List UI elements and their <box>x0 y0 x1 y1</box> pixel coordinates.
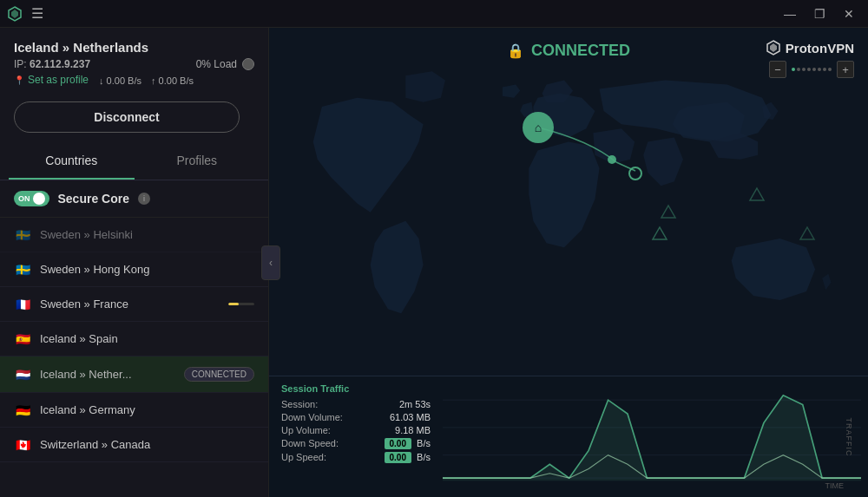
zoom-dot <box>812 68 816 71</box>
connected-status: 🔒 CONNECTED <box>507 42 630 60</box>
secure-core-row: ON Secure Core i <box>0 180 268 218</box>
traffic-title: Session Traffic <box>281 383 431 394</box>
list-item[interactable]: 🇫🇷 Sweden » France <box>0 287 268 322</box>
flag-icon: 🇸🇪 <box>14 264 31 276</box>
traffic-session-row: Session: 2m 53s <box>281 399 431 409</box>
list-item[interactable]: 🇸🇪 Sweden » Helsinki <box>0 218 268 252</box>
upload-speed: ↑ 0.00 B/s <box>151 75 194 86</box>
up-speed-value: 0.00 B/s <box>385 452 431 463</box>
proton-branding: ProtonVPN − + <box>766 40 854 78</box>
tab-countries[interactable]: Countries <box>9 143 135 180</box>
list-item-connected[interactable]: 🇳🇱 Iceland » Nether... CONNECTED <box>0 356 268 393</box>
zoom-dot <box>802 68 806 71</box>
list-item[interactable]: 🇪🇸 Iceland » Spain <box>0 322 268 356</box>
zoom-out-button[interactable]: − <box>769 61 786 78</box>
ip-label: IP: 62.112.9.237 <box>14 58 90 70</box>
proton-logo <box>766 40 780 56</box>
flag-icon: 🇩🇪 <box>14 404 31 416</box>
close-button[interactable]: ✕ <box>837 5 861 23</box>
secure-core-toggle[interactable]: ON <box>14 191 49 206</box>
traffic-up-volume-row: Up Volume: 9.18 MB <box>281 425 431 435</box>
lock-icon: 🔒 <box>507 43 524 59</box>
down-speed-value: 0.00 B/s <box>385 438 431 449</box>
toggle-knob <box>33 193 45 205</box>
window-controls: — ❐ ✕ <box>778 5 861 23</box>
left-panel: Iceland » Netherlands IP: 62.112.9.237 0… <box>0 28 269 497</box>
connection-title: Iceland » Netherlands <box>14 40 254 55</box>
svg-marker-16 <box>443 396 861 481</box>
traffic-chart: TIME TRAFFIC <box>443 382 861 492</box>
flag-icon: 🇫🇷 <box>14 298 31 311</box>
minimize-button[interactable]: — <box>778 5 802 23</box>
zoom-controls: − + <box>769 61 854 78</box>
connected-badge: CONNECTED <box>184 367 254 382</box>
server-name: Iceland » Germany <box>40 403 254 416</box>
flag-icon: 🇸🇪 <box>14 229 31 241</box>
server-name: Sweden » Helsinki <box>40 228 254 241</box>
server-name: Sweden » France <box>40 298 228 311</box>
app-logo <box>7 6 23 22</box>
connected-label: CONNECTED <box>531 42 630 60</box>
server-name: Iceland » Nether... <box>40 368 184 381</box>
svg-marker-11 <box>770 43 777 52</box>
up-volume-value: 9.18 MB <box>387 425 431 435</box>
tabs-container: Countries Profiles <box>0 143 268 180</box>
load-row: 0% Load <box>196 58 254 70</box>
session-value: 2m 53s <box>387 399 431 409</box>
collapse-panel-button[interactable]: ‹ <box>261 245 280 280</box>
right-panel: ⌂ 🔒 CONNECTED <box>269 28 868 497</box>
server-name: Sweden » Hong Kong <box>40 263 254 276</box>
svg-marker-1 <box>11 10 18 18</box>
secure-core-label: Secure Core <box>58 192 129 206</box>
zoom-dot <box>807 68 811 71</box>
proton-name: ProtonVPN <box>766 40 854 56</box>
menu-icon[interactable]: ☰ <box>31 5 43 22</box>
traffic-info: Session Traffic Session: 2m 53s Down Vol… <box>269 376 443 497</box>
zoom-dot <box>792 68 795 71</box>
maximize-button[interactable]: ❐ <box>807 5 832 23</box>
traffic-down-volume-row: Down Volume: 61.03 MB <box>281 412 431 422</box>
zoom-in-button[interactable]: + <box>837 61 854 78</box>
main-container: Iceland » Netherlands IP: 62.112.9.237 0… <box>0 28 868 497</box>
traffic-panel: Session Traffic Session: 2m 53s Down Vol… <box>269 376 868 497</box>
speed-row: ↓ 0.00 B/s ↑ 0.00 B/s <box>99 75 194 86</box>
traffic-right-label: TRAFFIC <box>845 417 853 456</box>
server-name: Switzerland » Canada <box>40 438 254 451</box>
list-item[interactable]: 🇸🇪 Sweden » Hong Kong <box>0 252 268 287</box>
server-load-bar <box>228 303 254 305</box>
disconnect-button[interactable]: Disconnect <box>14 101 240 133</box>
list-item[interactable]: 🇨🇦 Switzerland » Canada <box>0 428 268 462</box>
down-volume-value: 61.03 MB <box>387 412 431 422</box>
zoom-dot <box>818 68 821 71</box>
up-speed-box: 0.00 <box>385 452 411 463</box>
time-label: TIME <box>825 481 845 490</box>
zoom-dot <box>828 68 832 71</box>
up-volume-label: Up Volume: <box>281 425 331 435</box>
zoom-dot <box>823 68 826 71</box>
list-item[interactable]: 🇩🇪 Iceland » Germany <box>0 393 268 428</box>
tab-profiles[interactable]: Profiles <box>135 143 260 180</box>
title-bar-left: ☰ <box>7 5 43 22</box>
traffic-down-speed-row: Down Speed: 0.00 B/s <box>281 438 431 449</box>
down-volume-label: Down Volume: <box>281 412 343 422</box>
down-speed-label: Down Speed: <box>281 438 339 449</box>
traffic-up-speed-row: Up Speed: 0.00 B/s <box>281 452 431 463</box>
download-speed: ↓ 0.00 B/s <box>99 75 141 86</box>
connection-header: Iceland » Netherlands IP: 62.112.9.237 0… <box>0 28 268 95</box>
title-bar: ☰ — ❐ ✕ <box>0 0 868 28</box>
flag-icon: 🇳🇱 <box>14 369 31 381</box>
load-indicator <box>242 58 254 70</box>
zoom-dot <box>797 68 800 71</box>
zoom-track <box>788 68 835 71</box>
server-name: Iceland » Spain <box>40 332 254 345</box>
server-list[interactable]: 🇸🇪 Sweden » Helsinki 🇸🇪 Sweden » Hong Ko… <box>0 218 268 497</box>
load-value: 0% Load <box>196 58 237 70</box>
down-speed-box: 0.00 <box>385 438 411 449</box>
session-label: Session: <box>281 399 318 409</box>
up-speed-label: Up Speed: <box>281 452 326 463</box>
info-icon[interactable]: i <box>138 193 150 205</box>
flag-icon: 🇪🇸 <box>14 333 31 345</box>
ip-value: 62.112.9.237 <box>30 58 90 70</box>
set-profile-link[interactable]: Set as profile <box>14 74 89 86</box>
flag-icon: 🇨🇦 <box>14 439 31 451</box>
